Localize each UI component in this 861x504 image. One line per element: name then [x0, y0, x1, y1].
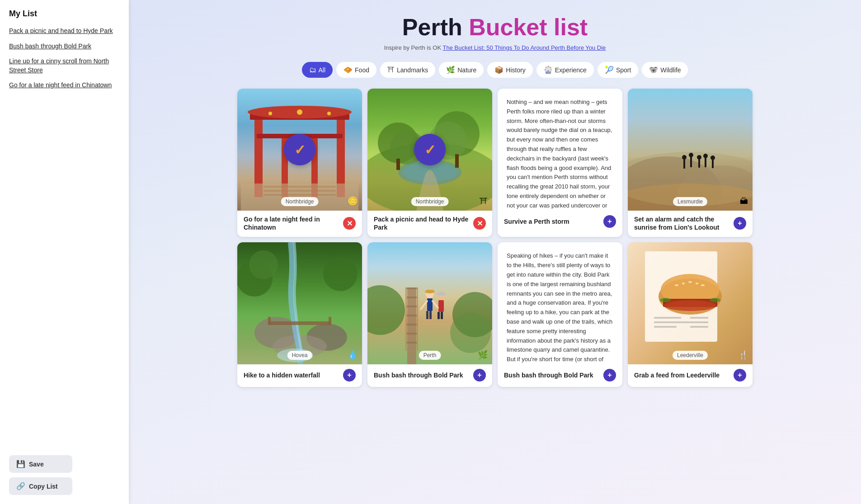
add-button[interactable]: + [734, 217, 746, 230]
save-label: Save [29, 461, 44, 468]
svg-point-30 [689, 153, 693, 157]
svg-point-85 [696, 283, 698, 284]
svg-point-81 [675, 284, 678, 286]
add-button[interactable]: + [734, 369, 746, 382]
svg-rect-23 [455, 154, 459, 168]
svg-point-10 [268, 112, 272, 115]
svg-rect-50 [406, 287, 417, 289]
svg-rect-22 [396, 159, 400, 170]
svg-rect-51 [406, 297, 417, 298]
card-category-icon: 🏔 [740, 197, 748, 206]
save-button[interactable]: 💾 Save [9, 455, 72, 473]
sidebar-item-link[interactable]: Line up for a cinny scroll from North St… [9, 57, 109, 74]
svg-point-84 [682, 283, 685, 284]
card-image-wrap: Leederville🍴 [628, 242, 753, 364]
remove-button[interactable]: ✕ [343, 217, 356, 230]
title-pink: Bucket list [469, 14, 588, 40]
sidebar-list-item: Line up for a cinny scroll from North St… [9, 57, 120, 75]
svg-rect-53 [406, 315, 417, 316]
svg-rect-56 [406, 342, 417, 344]
subtitle: Inspire by Perth is OK The Bucket List: … [384, 44, 606, 51]
card-card-lions-lookout: Lesmurdie🏔Set an alarm and catch the sun… [628, 89, 753, 237]
svg-rect-70 [438, 292, 445, 295]
card-category-icon: ⛩ [480, 197, 488, 206]
filter-btn-experience[interactable]: 🎡Experience [536, 62, 594, 78]
svg-rect-47 [268, 317, 271, 325]
svg-rect-12 [263, 186, 336, 188]
card-footer: Hike to a hidden waterfall+ [237, 364, 362, 387]
svg-rect-13 [263, 190, 336, 192]
all-filter-icon: 🗂 [309, 66, 316, 74]
sidebar-item-link[interactable]: Go for a late night feed in Chinatown [9, 81, 112, 89]
title-dark: Perth [402, 14, 462, 40]
add-button[interactable]: + [473, 369, 486, 382]
card-footer: Pack a picnic and head to Hyde Park✕ [367, 211, 492, 237]
filter-btn-landmarks[interactable]: ⛩Landmarks [380, 62, 435, 78]
card-footer: Go for a late night feed in Chinatown✕ [237, 211, 362, 237]
landmarks-filter-icon: ⛩ [387, 66, 395, 74]
card-card-hike: Hovea💧Hike to a hidden waterfall+ [237, 242, 362, 387]
wildlife-filter-icon: 🐨 [649, 66, 658, 74]
svg-point-80 [664, 300, 716, 311]
svg-rect-88 [654, 326, 677, 328]
filter-bar: 🗂All🧇Food⛩Landmarks🌿Nature📦History🎡Exper… [302, 62, 688, 78]
svg-rect-87 [654, 321, 690, 323]
card-image-wrap: Lesmurdie🏔 [628, 89, 753, 211]
svg-rect-57 [405, 287, 407, 351]
filter-btn-nature[interactable]: 🌿Nature [439, 62, 484, 78]
svg-point-82 [688, 281, 692, 283]
sidebar: My List Pack a picnic and head to Hyde P… [0, 0, 129, 504]
filter-label-all: All [319, 66, 326, 74]
sidebar-list-item: Bush bash through Bold Park [9, 42, 120, 51]
card-footer: Survive a Perth storm+ [498, 211, 622, 233]
card-title: Go for a late night feed in Chinatown [244, 215, 339, 231]
location-tag: Northbridge [281, 197, 319, 206]
sidebar-list-item: Go for a late night feed in Chinatown [9, 81, 120, 90]
card-category-icon: 🌿 [478, 350, 488, 360]
svg-rect-62 [429, 311, 432, 319]
sidebar-item-link[interactable]: Pack a picnic and head to Hyde Park [9, 27, 113, 34]
svg-point-11 [327, 112, 331, 115]
card-title: Bush bash through Bold Park [374, 371, 470, 379]
svg-rect-64 [438, 300, 444, 312]
remove-button[interactable]: ✕ [473, 217, 486, 230]
add-button[interactable]: + [603, 215, 616, 228]
location-tag: Lesmurdie [673, 197, 707, 206]
svg-rect-86 [654, 317, 681, 319]
save-icon: 💾 [16, 460, 25, 468]
svg-rect-91 [690, 326, 708, 328]
card-text-body: Speaking of hikes – if you can't make it… [498, 242, 622, 364]
copy-icon: 🔗 [16, 482, 25, 490]
filter-btn-wildlife[interactable]: 🐨Wildlife [642, 62, 688, 78]
sidebar-item-link[interactable]: Bush bash through Bold Park [9, 42, 91, 50]
svg-rect-14 [263, 194, 336, 196]
history-filter-icon: 📦 [494, 66, 503, 74]
card-image-wrap: Hovea💧 [237, 242, 362, 364]
filter-btn-all[interactable]: 🗂All [302, 62, 333, 78]
copy-list-button[interactable]: 🔗 Copy List [9, 477, 72, 495]
experience-filter-icon: 🎡 [544, 66, 553, 74]
svg-rect-27 [683, 159, 685, 169]
svg-rect-90 [690, 321, 708, 323]
card-title: Set an alarm and catch the sunrise from … [634, 215, 730, 231]
add-button[interactable]: + [343, 369, 356, 382]
filter-btn-history[interactable]: 📦History [487, 62, 533, 78]
svg-line-72 [433, 301, 438, 308]
add-button[interactable]: + [603, 369, 616, 382]
svg-rect-52 [406, 306, 417, 307]
svg-point-92 [660, 298, 671, 302]
svg-rect-89 [690, 317, 708, 319]
filter-label-history: History [506, 66, 526, 74]
filter-btn-sport[interactable]: 🎾Sport [598, 62, 638, 78]
sidebar-title: My List [9, 9, 120, 19]
svg-point-93 [710, 298, 720, 302]
location-tag: Hovea [287, 351, 312, 360]
filter-btn-food[interactable]: 🧇Food [336, 62, 376, 78]
svg-point-9 [297, 109, 302, 115]
card-category-icon: 🪙 [348, 196, 358, 206]
card-image-wrap: ✓Northbridge🪙 [237, 89, 362, 211]
svg-point-32 [697, 155, 701, 160]
subtitle-link[interactable]: The Bucket List: 50 Things To Do Around … [442, 44, 606, 51]
filter-label-experience: Experience [555, 66, 587, 74]
card-title: Bush bash through Bold Park [504, 371, 600, 379]
